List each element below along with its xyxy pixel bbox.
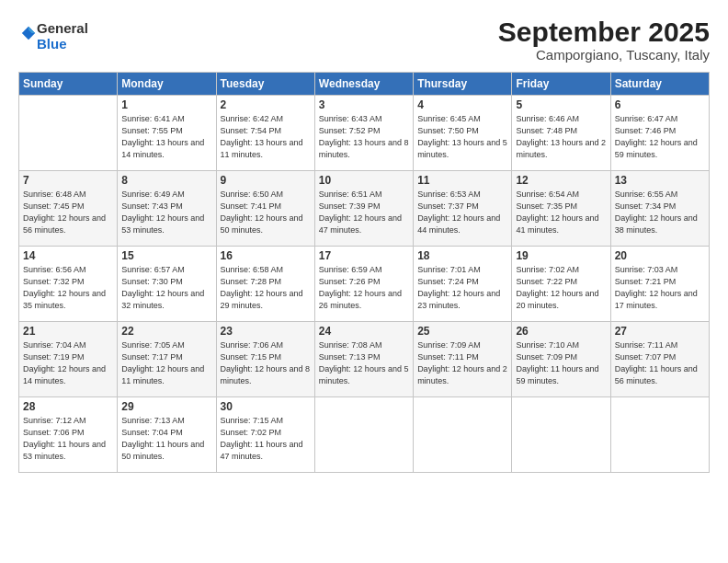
cell-info: Sunrise: 7:13 AMSunset: 7:04 PMDaylight:… xyxy=(121,415,211,463)
weekday-header: Saturday xyxy=(610,73,709,96)
day-number: 18 xyxy=(417,249,507,262)
day-number: 21 xyxy=(23,325,113,338)
month-title: September 2025 xyxy=(498,17,710,47)
calendar-cell xyxy=(314,397,413,473)
cell-info: Sunrise: 7:12 AMSunset: 7:06 PMDaylight:… xyxy=(23,415,113,463)
day-number: 25 xyxy=(417,325,507,338)
calendar-cell: 28Sunrise: 7:12 AMSunset: 7:06 PMDayligh… xyxy=(19,397,118,473)
day-number: 1 xyxy=(121,98,211,111)
day-number: 28 xyxy=(23,400,113,413)
day-number: 26 xyxy=(516,325,606,338)
cell-info: Sunrise: 7:06 AMSunset: 7:15 PMDaylight:… xyxy=(221,339,311,387)
calendar-cell: 7Sunrise: 6:48 AMSunset: 7:45 PMDaylight… xyxy=(19,171,118,247)
logo: General Blue xyxy=(18,20,88,52)
cell-info: Sunrise: 6:55 AMSunset: 7:34 PMDaylight:… xyxy=(615,189,705,236)
calendar-week-row: 14Sunrise: 6:56 AMSunset: 7:32 PMDayligh… xyxy=(19,247,710,322)
cell-info: Sunrise: 6:47 AMSunset: 7:46 PMDaylight:… xyxy=(615,113,705,161)
calendar-week-row: 21Sunrise: 7:04 AMSunset: 7:19 PMDayligh… xyxy=(19,322,710,397)
day-number: 27 xyxy=(615,325,705,338)
cell-info: Sunrise: 6:57 AMSunset: 7:30 PMDaylight:… xyxy=(121,264,211,312)
cell-info: Sunrise: 6:54 AMSunset: 7:35 PMDaylight:… xyxy=(516,189,606,236)
day-number: 20 xyxy=(615,249,705,262)
weekday-header: Friday xyxy=(512,73,610,96)
cell-info: Sunrise: 6:45 AMSunset: 7:50 PMDaylight:… xyxy=(417,113,507,161)
page: General Blue September 2025 Camporgiano,… xyxy=(0,0,728,563)
cell-info: Sunrise: 6:58 AMSunset: 7:28 PMDaylight:… xyxy=(221,264,311,312)
day-number: 3 xyxy=(319,98,409,111)
day-number: 13 xyxy=(615,174,705,187)
cell-info: Sunrise: 6:42 AMSunset: 7:54 PMDaylight:… xyxy=(221,113,311,161)
day-number: 12 xyxy=(516,174,606,187)
calendar-cell: 15Sunrise: 6:57 AMSunset: 7:30 PMDayligh… xyxy=(118,247,216,322)
day-number: 2 xyxy=(221,98,311,111)
calendar-cell: 14Sunrise: 6:56 AMSunset: 7:32 PMDayligh… xyxy=(19,247,118,322)
cell-info: Sunrise: 7:03 AMSunset: 7:21 PMDaylight:… xyxy=(615,264,705,312)
day-number: 11 xyxy=(417,174,507,187)
weekday-header: Wednesday xyxy=(314,73,413,96)
cell-info: Sunrise: 7:09 AMSunset: 7:11 PMDaylight:… xyxy=(417,339,507,387)
cell-info: Sunrise: 7:08 AMSunset: 7:13 PMDaylight:… xyxy=(319,339,409,387)
day-number: 17 xyxy=(319,249,409,262)
calendar-cell: 26Sunrise: 7:10 AMSunset: 7:09 PMDayligh… xyxy=(512,322,610,397)
calendar-cell: 21Sunrise: 7:04 AMSunset: 7:19 PMDayligh… xyxy=(19,322,118,397)
cell-info: Sunrise: 6:49 AMSunset: 7:43 PMDaylight:… xyxy=(121,189,211,236)
day-number: 16 xyxy=(221,249,311,262)
cell-info: Sunrise: 7:02 AMSunset: 7:22 PMDaylight:… xyxy=(516,264,606,312)
calendar-cell: 6Sunrise: 6:47 AMSunset: 7:46 PMDaylight… xyxy=(610,96,709,171)
weekday-header: Monday xyxy=(118,73,216,96)
calendar-cell: 17Sunrise: 6:59 AMSunset: 7:26 PMDayligh… xyxy=(314,247,413,322)
calendar-cell: 19Sunrise: 7:02 AMSunset: 7:22 PMDayligh… xyxy=(512,247,610,322)
weekday-header: Thursday xyxy=(414,73,512,96)
cell-info: Sunrise: 6:59 AMSunset: 7:26 PMDaylight:… xyxy=(319,264,409,312)
cell-info: Sunrise: 7:01 AMSunset: 7:24 PMDaylight:… xyxy=(417,264,507,312)
calendar-cell: 24Sunrise: 7:08 AMSunset: 7:13 PMDayligh… xyxy=(314,322,413,397)
day-number: 24 xyxy=(319,325,409,338)
cell-info: Sunrise: 7:11 AMSunset: 7:07 PMDaylight:… xyxy=(615,339,705,387)
calendar-week-row: 1Sunrise: 6:41 AMSunset: 7:55 PMDaylight… xyxy=(19,96,710,171)
title-block: September 2025 Camporgiano, Tuscany, Ita… xyxy=(498,17,710,63)
cell-info: Sunrise: 7:05 AMSunset: 7:17 PMDaylight:… xyxy=(121,339,211,387)
cell-info: Sunrise: 6:51 AMSunset: 7:39 PMDaylight:… xyxy=(319,189,409,236)
logo-general: General xyxy=(37,20,88,36)
calendar-cell: 29Sunrise: 7:13 AMSunset: 7:04 PMDayligh… xyxy=(118,397,216,473)
cell-info: Sunrise: 7:15 AMSunset: 7:02 PMDaylight:… xyxy=(221,415,311,463)
day-number: 6 xyxy=(615,98,705,111)
weekday-header: Sunday xyxy=(19,73,118,96)
cell-info: Sunrise: 7:04 AMSunset: 7:19 PMDaylight:… xyxy=(23,339,113,387)
day-number: 14 xyxy=(23,249,113,262)
calendar-cell: 30Sunrise: 7:15 AMSunset: 7:02 PMDayligh… xyxy=(216,397,314,473)
cell-info: Sunrise: 6:41 AMSunset: 7:55 PMDaylight:… xyxy=(121,113,211,161)
day-number: 5 xyxy=(516,98,606,111)
cell-info: Sunrise: 6:43 AMSunset: 7:52 PMDaylight:… xyxy=(319,113,409,161)
logo-blue: Blue xyxy=(37,36,67,52)
calendar-cell: 16Sunrise: 6:58 AMSunset: 7:28 PMDayligh… xyxy=(216,247,314,322)
location: Camporgiano, Tuscany, Italy xyxy=(498,47,710,63)
day-number: 22 xyxy=(121,325,211,338)
weekday-header: Tuesday xyxy=(216,73,314,96)
calendar-cell: 1Sunrise: 6:41 AMSunset: 7:55 PMDaylight… xyxy=(118,96,216,171)
day-number: 8 xyxy=(121,174,211,187)
header: General Blue September 2025 Camporgiano,… xyxy=(18,17,710,63)
calendar-cell xyxy=(414,397,512,473)
day-number: 4 xyxy=(417,98,507,111)
calendar-cell: 18Sunrise: 7:01 AMSunset: 7:24 PMDayligh… xyxy=(414,247,512,322)
cell-info: Sunrise: 6:50 AMSunset: 7:41 PMDaylight:… xyxy=(221,189,311,236)
calendar-cell: 20Sunrise: 7:03 AMSunset: 7:21 PMDayligh… xyxy=(610,247,709,322)
calendar-cell: 23Sunrise: 7:06 AMSunset: 7:15 PMDayligh… xyxy=(216,322,314,397)
calendar-cell: 4Sunrise: 6:45 AMSunset: 7:50 PMDaylight… xyxy=(414,96,512,171)
calendar-cell: 12Sunrise: 6:54 AMSunset: 7:35 PMDayligh… xyxy=(512,171,610,247)
day-number: 29 xyxy=(121,400,211,413)
cell-info: Sunrise: 6:53 AMSunset: 7:37 PMDaylight:… xyxy=(417,189,507,236)
calendar-cell xyxy=(19,96,118,171)
calendar-cell xyxy=(512,397,610,473)
calendar-week-row: 28Sunrise: 7:12 AMSunset: 7:06 PMDayligh… xyxy=(19,397,710,473)
calendar-cell: 8Sunrise: 6:49 AMSunset: 7:43 PMDaylight… xyxy=(118,171,216,247)
calendar-cell: 22Sunrise: 7:05 AMSunset: 7:17 PMDayligh… xyxy=(118,322,216,397)
day-number: 19 xyxy=(516,249,606,262)
calendar-cell: 3Sunrise: 6:43 AMSunset: 7:52 PMDaylight… xyxy=(314,96,413,171)
cell-info: Sunrise: 6:48 AMSunset: 7:45 PMDaylight:… xyxy=(23,189,113,236)
calendar-cell: 2Sunrise: 6:42 AMSunset: 7:54 PMDaylight… xyxy=(216,96,314,171)
calendar-cell: 11Sunrise: 6:53 AMSunset: 7:37 PMDayligh… xyxy=(414,171,512,247)
day-number: 15 xyxy=(121,249,211,262)
calendar-cell: 13Sunrise: 6:55 AMSunset: 7:34 PMDayligh… xyxy=(610,171,709,247)
